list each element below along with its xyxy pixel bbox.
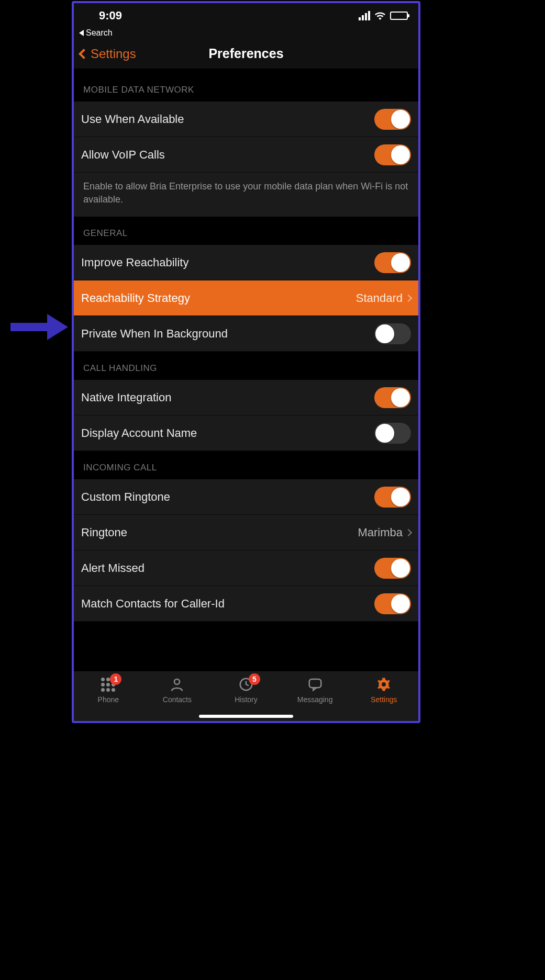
toggle-private-background[interactable] xyxy=(374,323,411,344)
gear-icon xyxy=(376,677,392,692)
tab-label: Phone xyxy=(98,695,119,704)
toggle-match-contacts[interactable] xyxy=(374,593,411,614)
tab-contacts[interactable]: Contacts xyxy=(143,675,212,704)
home-indicator[interactable] xyxy=(199,715,293,718)
row-display-account-name[interactable]: Display Account Name xyxy=(74,415,418,451)
status-bar: 9:09 xyxy=(74,3,418,28)
row-improve-reachability[interactable]: Improve Reachability xyxy=(74,245,418,280)
toggle-display-account-name[interactable] xyxy=(374,423,411,444)
tab-label: Messaging xyxy=(297,695,333,704)
breadcrumb-back[interactable]: Search xyxy=(74,28,418,39)
back-triangle-icon xyxy=(79,30,84,36)
wifi-icon xyxy=(374,11,386,20)
badge-history: 5 xyxy=(249,673,260,685)
person-icon xyxy=(169,677,185,692)
tab-settings[interactable]: Settings xyxy=(349,675,418,704)
row-custom-ringtone[interactable]: Custom Ringtone xyxy=(74,479,418,515)
svg-point-0 xyxy=(174,679,180,684)
svg-rect-2 xyxy=(309,679,321,688)
row-label: Custom Ringtone xyxy=(81,490,374,504)
tab-phone[interactable]: 1 Phone xyxy=(74,675,143,704)
svg-point-3 xyxy=(382,682,386,686)
tab-label: History xyxy=(235,695,258,704)
callout-arrow xyxy=(10,314,68,340)
breadcrumb-label: Search xyxy=(86,28,113,38)
toggle-alert-missed[interactable] xyxy=(374,558,411,579)
row-label: Improve Reachability xyxy=(81,256,374,269)
chevron-left-icon xyxy=(79,49,89,59)
chevron-right-icon xyxy=(405,529,412,536)
chevron-right-icon xyxy=(405,295,412,302)
tab-messaging[interactable]: Messaging xyxy=(281,675,350,704)
row-label: Alert Missed xyxy=(81,561,374,575)
row-label: Match Contacts for Caller-Id xyxy=(81,597,374,611)
chat-bubble-icon xyxy=(307,677,323,692)
phone-frame: 9:09 Search Settings Preferences MOBILE … xyxy=(72,1,420,723)
section-header-call-handling: CALL HANDLING xyxy=(74,352,418,380)
nav-back-label: Settings xyxy=(91,47,136,61)
row-reachability-strategy[interactable]: Reachability Strategy Standard xyxy=(74,280,418,316)
row-label: Display Account Name xyxy=(81,426,374,440)
toggle-use-when-available[interactable] xyxy=(374,109,411,130)
row-label: Private When In Background xyxy=(81,327,374,341)
section-header-general: GENERAL xyxy=(74,217,418,245)
badge-phone: 1 xyxy=(110,673,121,685)
content-scroll[interactable]: MOBILE DATA NETWORK Use When Available A… xyxy=(74,69,418,671)
section-footer-mobile: Enable to allow Bria Enterprise to use y… xyxy=(74,173,418,217)
row-label: Use When Available xyxy=(81,112,374,126)
row-private-when-background[interactable]: Private When In Background xyxy=(74,316,418,352)
row-label: Ringtone xyxy=(81,526,358,539)
toggle-improve-reachability[interactable] xyxy=(374,252,411,273)
row-label: Native Integration xyxy=(81,391,374,404)
section-header-incoming: INCOMING CALL xyxy=(74,451,418,479)
row-native-integration[interactable]: Native Integration xyxy=(74,380,418,415)
battery-icon xyxy=(390,12,408,20)
row-use-when-available[interactable]: Use When Available xyxy=(74,102,418,137)
tab-bar: 1 Phone Contacts 5 History xyxy=(74,671,418,721)
tab-history[interactable]: 5 History xyxy=(212,675,281,704)
nav-back-button[interactable]: Settings xyxy=(80,47,136,61)
tab-label: Settings xyxy=(371,695,397,704)
cellular-signal-icon xyxy=(359,11,370,20)
row-value: Marimba xyxy=(358,526,403,539)
tab-label: Contacts xyxy=(163,695,192,704)
nav-header: Settings Preferences xyxy=(74,39,418,69)
row-match-contacts[interactable]: Match Contacts for Caller-Id xyxy=(74,586,418,622)
toggle-allow-voip[interactable] xyxy=(374,144,411,165)
toggle-custom-ringtone[interactable] xyxy=(374,487,411,508)
row-allow-voip[interactable]: Allow VoIP Calls xyxy=(74,137,418,173)
section-header-mobile: MOBILE DATA NETWORK xyxy=(74,69,418,102)
row-label: Allow VoIP Calls xyxy=(81,148,374,162)
row-alert-missed[interactable]: Alert Missed xyxy=(74,550,418,586)
status-time: 9:09 xyxy=(84,9,122,22)
row-ringtone[interactable]: Ringtone Marimba xyxy=(74,515,418,550)
row-label: Reachability Strategy xyxy=(81,291,356,305)
row-value: Standard xyxy=(356,291,403,305)
toggle-native-integration[interactable] xyxy=(374,387,411,408)
